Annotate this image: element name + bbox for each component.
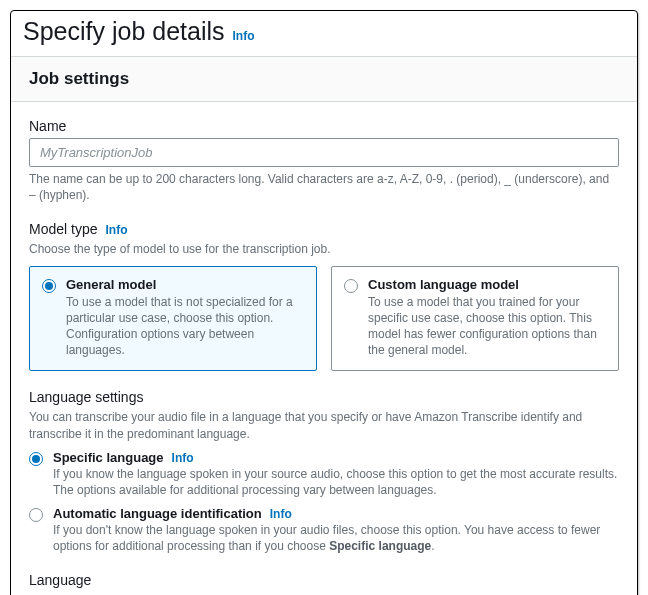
model-type-label: Model type (29, 221, 97, 237)
language-settings-label: Language settings (29, 389, 619, 405)
tile-title: Custom language model (368, 277, 606, 292)
radio-label: Specific language (53, 450, 164, 465)
page-header: Specify job details Info (11, 11, 637, 56)
language-section: Language Choose the language of the inpu… (29, 572, 619, 595)
specific-language-option[interactable]: Specific language Info If you know the l… (29, 450, 619, 498)
radio-desc-bold: Specific language (329, 539, 431, 553)
radio-icon (29, 508, 43, 522)
language-settings-section: Language settings You can transcribe you… (29, 389, 619, 554)
page-container: Specify job details Info Job settings Na… (10, 10, 638, 595)
radio-desc: If you don't know the language spoken in… (53, 522, 619, 554)
model-type-label-row: Model type Info (29, 221, 619, 237)
radio-icon (29, 452, 43, 466)
tile-title: General model (66, 277, 304, 292)
panel-body: Name The name can be up to 200 character… (11, 102, 637, 595)
radio-icon (344, 279, 358, 293)
specific-language-info-link[interactable]: Info (172, 451, 194, 465)
tile-desc: To use a model that is not specialized f… (66, 294, 304, 359)
language-settings-desc: You can transcribe your audio file in a … (29, 409, 619, 441)
name-input[interactable] (29, 138, 619, 167)
radio-desc-post: . (431, 539, 434, 553)
panel-header: Job settings (11, 57, 637, 102)
auto-language-info-link[interactable]: Info (270, 507, 292, 521)
radio-desc: If you know the language spoken in your … (53, 466, 619, 498)
name-hint: The name can be up to 200 characters lon… (29, 171, 619, 203)
model-type-general-tile[interactable]: General model To use a model that is not… (29, 266, 317, 372)
model-type-section: Model type Info Choose the type of model… (29, 221, 619, 371)
language-label: Language (29, 572, 619, 588)
model-type-custom-tile[interactable]: Custom language model To use a model tha… (331, 266, 619, 372)
tile-desc: To use a model that you trained for your… (368, 294, 606, 359)
panel-title: Job settings (29, 69, 619, 89)
auto-language-option[interactable]: Automatic language identification Info I… (29, 506, 619, 554)
job-settings-panel: Job settings Name The name can be up to … (11, 56, 637, 595)
radio-icon (42, 279, 56, 293)
model-type-tiles: General model To use a model that is not… (29, 266, 619, 372)
model-type-info-link[interactable]: Info (105, 223, 127, 237)
model-type-desc: Choose the type of model to use for the … (29, 241, 619, 257)
radio-desc-pre: If you don't know the language spoken in… (53, 523, 600, 553)
page-info-link[interactable]: Info (233, 29, 255, 43)
radio-label: Automatic language identification (53, 506, 262, 521)
name-label: Name (29, 118, 619, 134)
page-title: Specify job details (23, 17, 225, 46)
